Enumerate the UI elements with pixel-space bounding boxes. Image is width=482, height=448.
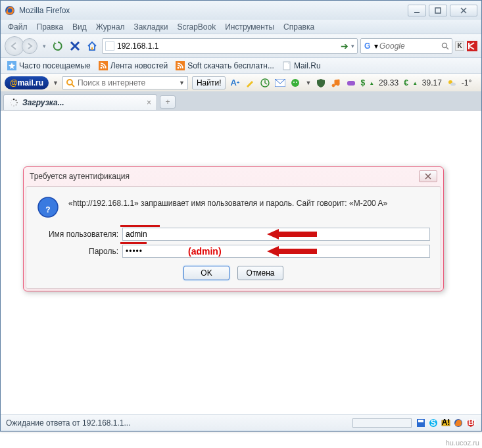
svg-point-20 [296, 82, 297, 83]
username-input[interactable] [122, 228, 430, 241]
dialog-message: «http://192.168.1.1» запрашивает имя пол… [68, 196, 387, 208]
stop-button[interactable] [68, 39, 82, 53]
bm-news[interactable]: Лента новостей [96, 60, 171, 72]
svg-rect-21 [347, 81, 355, 86]
tab-bar: Загрузка... × + [1, 92, 481, 111]
page-icon [105, 41, 114, 51]
kaspersky-icon[interactable] [467, 41, 477, 51]
svg-rect-4 [91, 47, 93, 50]
games-icon[interactable] [346, 78, 356, 88]
font-icon[interactable]: A+ [229, 78, 240, 88]
svg-point-25 [15, 99, 16, 101]
bm-most-visited[interactable]: Часто посещаемые [5, 60, 93, 72]
search-engine-dropdown[interactable]: ▾ [374, 41, 378, 51]
url-input[interactable] [117, 41, 338, 51]
dialog-title: Требуется аутентификация [30, 172, 419, 181]
weather-icon [447, 78, 456, 87]
clock-icon[interactable] [260, 78, 270, 88]
highlight-icon[interactable] [245, 78, 255, 88]
reload-button[interactable] [51, 39, 65, 53]
skype-icon[interactable]: S [428, 418, 439, 428]
mailru-search-dropdown[interactable]: ▼ [179, 80, 185, 86]
mail-icon[interactable] [275, 78, 285, 88]
menu-history[interactable]: Журнал [91, 21, 130, 33]
svg-point-15 [67, 80, 72, 85]
svg-rect-3 [435, 8, 441, 13]
eur-rate: 39.17 [422, 78, 442, 87]
url-bar[interactable]: ➔ ▾ [102, 38, 358, 54]
spinner-icon [9, 98, 18, 107]
svg-text:A!: A! [442, 418, 450, 427]
svg-point-30 [10, 102, 11, 103]
password-label: Пароль: [37, 247, 118, 256]
svg-rect-37 [120, 242, 147, 244]
password-input[interactable] [122, 245, 430, 258]
agent-dropdown[interactable]: ▼ [305, 80, 311, 86]
shield-icon[interactable] [316, 78, 326, 88]
question-icon: ? [37, 196, 59, 218]
search-input[interactable] [379, 41, 440, 51]
usd-rate: 29.33 [379, 78, 398, 87]
music-icon[interactable] [331, 78, 341, 88]
agent-icon[interactable] [290, 78, 301, 88]
go-button[interactable]: ➔ [341, 41, 349, 51]
maximize-button[interactable] [429, 5, 447, 16]
temperature: -1° [462, 78, 471, 87]
titlebar: Mozilla Firefox [1, 1, 481, 20]
menu-file[interactable]: Файл [3, 21, 32, 33]
menubar: Файл Правка Вид Журнал Закладки ScrapBoo… [1, 20, 481, 34]
forward-button[interactable] [22, 38, 37, 54]
keyboard-indicator[interactable]: K [455, 41, 464, 51]
search-icon [66, 78, 75, 87]
svg-point-31 [11, 99, 12, 100]
svg-rect-39 [418, 420, 423, 422]
watermark: hu.ucoz.ru [446, 439, 479, 447]
svg-point-24 [13, 98, 15, 100]
eur-symbol: € [404, 78, 408, 87]
svg-point-23 [450, 82, 456, 86]
mailru-toolbar: @mail.ru ▼ ▼ Найти! A+ ▼ $▴29.33 €▴39.17… [1, 74, 481, 92]
mailru-search-input[interactable] [78, 78, 176, 87]
progress-bar [352, 418, 412, 428]
home-button[interactable] [85, 39, 99, 53]
menu-bookmarks[interactable]: Закладки [130, 21, 173, 33]
underline-annotation [120, 242, 147, 244]
tab-close-button[interactable]: × [147, 98, 151, 107]
menu-help[interactable]: Справка [279, 21, 319, 33]
bm-soft[interactable]: Soft скачать бесплатн... [173, 60, 277, 72]
new-tab-button[interactable]: + [160, 95, 176, 109]
statusbar: Ожидание ответа от 192.168.1.1... S A! A… [1, 414, 481, 430]
ok-button[interactable]: OK [183, 266, 229, 280]
mailru-search[interactable]: ▼ [62, 76, 188, 89]
svg-text:?: ? [45, 205, 50, 214]
usd-symbol: $ [360, 78, 365, 87]
rss-icon [176, 61, 185, 70]
search-box[interactable]: G ▾ [360, 38, 452, 54]
cancel-button[interactable]: Отмена [237, 266, 283, 280]
status-text: Ожидание ответа от 192.168.1.1... [6, 418, 352, 428]
bm-mailru[interactable]: Mail.Ru [279, 60, 324, 72]
search-go-icon[interactable] [441, 42, 449, 50]
firefox-icon [5, 5, 15, 16]
mailru-dropdown[interactable]: ▼ [53, 80, 59, 86]
menu-scrapbook[interactable]: ScrapBook [173, 21, 221, 33]
minimize-button[interactable] [408, 5, 426, 16]
firefox-icon[interactable] [453, 418, 464, 428]
save-icon[interactable] [416, 418, 426, 428]
menu-view[interactable]: Вид [68, 21, 91, 33]
find-button[interactable]: Найти! [192, 76, 226, 89]
svg-text:G: G [364, 41, 370, 51]
bookmarks-toolbar: Часто посещаемые Лента новостей Soft ска… [1, 58, 481, 74]
tab-loading[interactable]: Загрузка... × [3, 94, 157, 110]
menu-tools[interactable]: Инструменты [220, 21, 279, 33]
autofill-icon[interactable]: A! [441, 418, 451, 428]
adblock-icon[interactable]: ABP [466, 418, 476, 428]
mailru-logo[interactable]: @mail.ru [5, 76, 49, 89]
url-dropdown[interactable]: ▾ [351, 43, 354, 49]
close-button[interactable] [450, 5, 477, 16]
dialog-close-button[interactable] [419, 170, 437, 182]
menu-edit[interactable]: Правка [32, 21, 68, 33]
svg-point-7 [443, 43, 447, 47]
window-title: Mozilla Firefox [19, 6, 408, 15]
history-dropdown[interactable]: ▾ [40, 43, 48, 49]
